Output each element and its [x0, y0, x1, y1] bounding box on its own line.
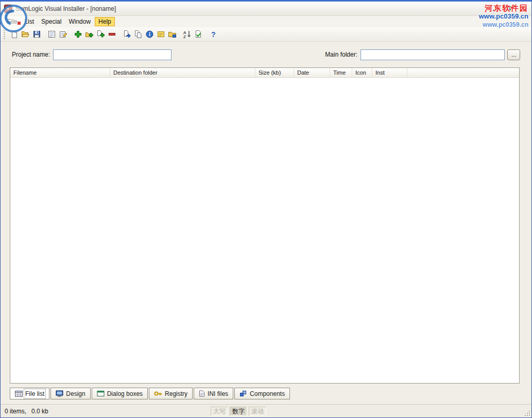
remove-files-icon [108, 30, 116, 39]
add-file-list-icon [96, 30, 105, 39]
tab-dialog-boxes[interactable]: Dialog boxes [92, 388, 148, 399]
toolbar-grip [4, 30, 5, 39]
app-window: SamLogic Visual Installer - [noname] × F… [0, 0, 532, 418]
restore-icon [506, 6, 511, 11]
project-form-row: Project name: Main folder: ... [1, 42, 531, 67]
toolbar-separator [68, 29, 72, 40]
file-options-button[interactable] [121, 29, 132, 40]
menu-bar: File List Special Window Help [1, 16, 531, 27]
add-folder-button[interactable] [83, 29, 95, 40]
column-header-inst[interactable]: Inst [372, 68, 407, 77]
column-header-icon[interactable]: Icon [352, 68, 372, 77]
tab-label-file-list: File list [25, 390, 44, 397]
minimize-icon [493, 10, 497, 11]
help-icon: ? [209, 30, 218, 39]
add-file-list-button[interactable] [95, 29, 106, 40]
tab-registry[interactable]: Registry [149, 388, 193, 399]
registry-key-icon [154, 390, 162, 397]
minimize-button[interactable] [490, 5, 500, 12]
window-controls: × [486, 5, 526, 12]
tab-ini-files[interactable]: INI files [194, 388, 233, 399]
file-list-grid-icon [15, 391, 23, 397]
design-monitor-icon [56, 390, 63, 397]
main-folder-input[interactable] [361, 49, 505, 60]
project-name-input[interactable] [53, 49, 171, 60]
open-folder-icon [21, 30, 30, 39]
add-folder-icon [85, 30, 94, 39]
note-button[interactable] [155, 29, 166, 40]
tab-label-design: Design [66, 390, 85, 397]
file-replace-icon [134, 30, 143, 39]
remove-files-button[interactable] [106, 29, 117, 40]
edit-list-button[interactable] [57, 29, 68, 40]
close-icon: × [520, 5, 524, 12]
menu-item-help[interactable]: Help [95, 17, 115, 26]
svg-text:Z: Z [183, 34, 186, 39]
window-title: SamLogic Visual Installer - [noname] [15, 5, 116, 12]
file-options-icon [123, 30, 131, 39]
column-header-time[interactable]: Time [330, 68, 352, 77]
tab-label-components: Components [250, 390, 285, 397]
num-lock-indicator: 数字 [230, 407, 247, 416]
keyboard-indicators: 大写 数字 滚动 [211, 407, 266, 416]
folder-badge-button[interactable] [166, 29, 178, 40]
status-items-summary: 0 items, 0.0 kb [5, 408, 48, 415]
column-header-destination-folder[interactable]: Destination folder [110, 68, 255, 77]
file-table-body[interactable] [10, 78, 519, 383]
folder-badge-icon [168, 30, 177, 39]
toolbar-separator [178, 29, 181, 40]
sort-list-button[interactable]: AZ [181, 29, 193, 40]
column-header-filename[interactable]: Filename [10, 68, 110, 77]
main-folder-label: Main folder: [325, 51, 357, 58]
browse-main-folder-button[interactable]: ... [507, 49, 520, 60]
toolbar: AZ ? [1, 27, 531, 42]
sort-az-icon: AZ [183, 30, 192, 39]
status-bar: 0 items, 0.0 kb 大写 数字 滚动 [1, 404, 531, 417]
tab-label-registry: Registry [165, 390, 187, 397]
toolbar-separator [42, 29, 46, 40]
components-icon [239, 390, 247, 397]
toolbar-separator [117, 29, 121, 40]
test-project-button[interactable] [193, 29, 204, 40]
save-icon [32, 30, 41, 39]
menu-item-file[interactable]: File [4, 17, 21, 26]
add-files-icon [74, 30, 82, 39]
tab-components[interactable]: Components [234, 388, 290, 399]
caps-lock-indicator: 大写 [211, 407, 228, 416]
ini-file-icon [199, 390, 205, 397]
bottom-tab-bar: File list Design Dialog boxes Registry I… [1, 388, 531, 401]
column-header-size[interactable]: Size (kb) [255, 68, 294, 77]
tab-file-list[interactable]: File list [10, 388, 49, 399]
scroll-lock-indicator: 滚动 [249, 407, 266, 416]
file-table-header: Filename Destination folder Size (kb) Da… [10, 68, 519, 78]
save-project-button[interactable] [31, 29, 42, 40]
add-files-button[interactable] [72, 29, 83, 40]
restore-button[interactable] [504, 5, 513, 12]
replace-file-button[interactable] [132, 29, 144, 40]
resize-grip[interactable] [524, 410, 531, 417]
file-table: Filename Destination folder Size (kb) Da… [10, 67, 520, 384]
new-document-icon [10, 30, 19, 39]
view-list-button[interactable] [46, 29, 57, 40]
menu-item-window[interactable]: Window [65, 17, 94, 26]
note-icon [157, 30, 165, 39]
column-header-filler [407, 68, 519, 77]
new-project-button[interactable] [8, 29, 20, 40]
title-bar: SamLogic Visual Installer - [noname] × [1, 2, 531, 16]
test-project-icon [194, 30, 203, 39]
list-view-icon [47, 30, 56, 39]
tab-label-ini-files: INI files [208, 390, 228, 397]
close-button[interactable]: × [517, 5, 526, 12]
help-button[interactable]: ? [208, 29, 219, 40]
menu-item-special[interactable]: Special [38, 17, 65, 26]
tab-design[interactable]: Design [50, 388, 90, 399]
app-icon [4, 5, 12, 13]
file-information-button[interactable] [144, 29, 155, 40]
open-project-button[interactable] [20, 29, 31, 40]
toolbar-separator [204, 29, 208, 40]
column-header-date[interactable]: Date [294, 68, 330, 77]
menu-item-list[interactable]: List [21, 17, 38, 26]
file-information-icon [145, 30, 154, 39]
list-edit-icon [59, 30, 67, 39]
project-name-label: Project name: [12, 51, 50, 58]
